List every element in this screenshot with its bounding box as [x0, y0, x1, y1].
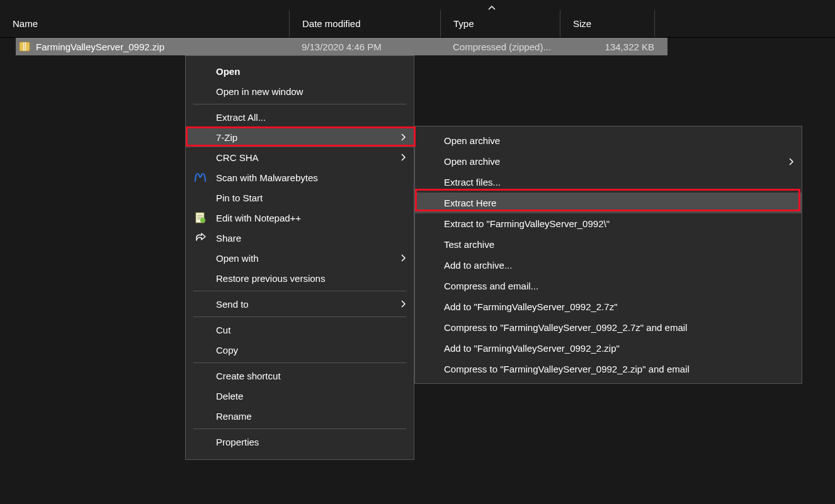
menu-share-label: Share	[216, 233, 241, 244]
sort-ascending-icon	[488, 5, 496, 10]
chevron-right-icon	[400, 133, 406, 142]
submenu-7zip: Open archive Open archive Extract files.…	[414, 126, 802, 384]
column-headers: Name Date modified Type Size	[0, 10, 835, 38]
menu-separator	[193, 291, 406, 291]
menu-crc-sha[interactable]: CRC SHA	[186, 147, 414, 167]
menu-properties[interactable]: Properties	[186, 432, 414, 452]
notepadpp-icon	[193, 211, 207, 225]
file-explorer-window: Name Date modified Type Size FarmingVall…	[0, 0, 835, 504]
menu-separator	[193, 428, 406, 429]
column-header-size[interactable]: Size	[560, 10, 655, 37]
menu-extract-all[interactable]: Extract All...	[186, 107, 414, 127]
menu-edit-notepadpp-label: Edit with Notepad++	[216, 213, 301, 223]
sub-extract-to[interactable]: Extract to "FarmingValleyServer_0992\"	[415, 213, 802, 234]
menu-open-with[interactable]: Open with	[186, 248, 414, 268]
sub-open-archive[interactable]: Open archive	[415, 130, 802, 151]
sub-compress-email[interactable]: Compress and email...	[415, 276, 802, 296]
malwarebytes-icon	[193, 171, 207, 184]
menu-open[interactable]: Open	[186, 61, 414, 81]
menu-rename[interactable]: Rename	[186, 406, 414, 426]
menu-separator	[193, 104, 406, 104]
menu-7zip[interactable]: 7-Zip	[186, 127, 414, 147]
menu-7zip-label: 7-Zip	[216, 132, 237, 143]
chevron-right-icon	[400, 153, 406, 162]
sub-test-archive[interactable]: Test archive	[415, 234, 802, 255]
menu-delete[interactable]: Delete	[186, 386, 414, 406]
sub-add-archive[interactable]: Add to archive...	[415, 255, 802, 276]
sub-compress-zip-email[interactable]: Compress to "FarmingValleyServer_0992_2.…	[415, 359, 802, 379]
chevron-right-icon	[400, 254, 406, 262]
chevron-right-icon	[400, 300, 406, 308]
menu-restore-previous[interactable]: Restore previous versions	[186, 268, 414, 288]
menu-separator	[193, 316, 406, 317]
file-name: FarmingValleyServer_0992.zip	[36, 42, 302, 52]
file-row[interactable]: FarmingValleyServer_0992.zip 9/13/2020 4…	[16, 38, 667, 55]
sub-add-7z[interactable]: Add to "FarmingValleyServer_0992_2.7z"	[415, 296, 802, 317]
zip-file-icon	[18, 40, 31, 53]
file-type: Compressed (zipped)...	[453, 42, 585, 52]
file-size: 134,322 KB	[585, 42, 654, 52]
menu-create-shortcut[interactable]: Create shortcut	[186, 366, 414, 386]
menu-cut[interactable]: Cut	[186, 320, 414, 340]
sort-indicator-row	[0, 0, 835, 10]
menu-separator	[193, 362, 406, 363]
sub-compress-7z-email[interactable]: Compress to "FarmingValleyServer_0992_2.…	[415, 317, 802, 338]
menu-edit-notepadpp[interactable]: Edit with Notepad++	[186, 208, 414, 228]
column-header-name[interactable]: Name	[0, 10, 290, 37]
menu-copy[interactable]: Copy	[186, 340, 414, 360]
column-header-date[interactable]: Date modified	[290, 10, 441, 37]
menu-scan-malwarebytes[interactable]: Scan with Malwarebytes	[186, 167, 414, 188]
menu-open-new-window[interactable]: Open in new window	[186, 81, 414, 101]
context-menu: Open Open in new window Extract All... 7…	[185, 55, 414, 460]
column-header-type[interactable]: Type	[441, 10, 560, 37]
sub-open-archive-expand-label: Open archive	[444, 156, 500, 167]
menu-pin-to-start[interactable]: Pin to Start	[186, 188, 414, 208]
sub-extract-files[interactable]: Extract files...	[415, 172, 802, 193]
sub-extract-here[interactable]: Extract Here	[415, 193, 802, 213]
menu-crc-sha-label: CRC SHA	[216, 152, 259, 163]
menu-send-to-label: Send to	[216, 299, 249, 310]
menu-open-with-label: Open with	[216, 253, 259, 264]
file-date: 9/13/2020 4:46 PM	[302, 42, 453, 52]
menu-share[interactable]: Share	[186, 228, 414, 248]
svg-point-7	[200, 218, 205, 223]
menu-scan-malwarebytes-label: Scan with Malwarebytes	[216, 172, 318, 183]
sub-open-archive-expand[interactable]: Open archive	[415, 151, 802, 172]
sub-add-zip[interactable]: Add to "FarmingValleyServer_0992_2.zip"	[415, 338, 802, 359]
menu-send-to[interactable]: Send to	[186, 294, 414, 314]
share-icon	[193, 231, 207, 245]
chevron-right-icon	[788, 157, 794, 166]
